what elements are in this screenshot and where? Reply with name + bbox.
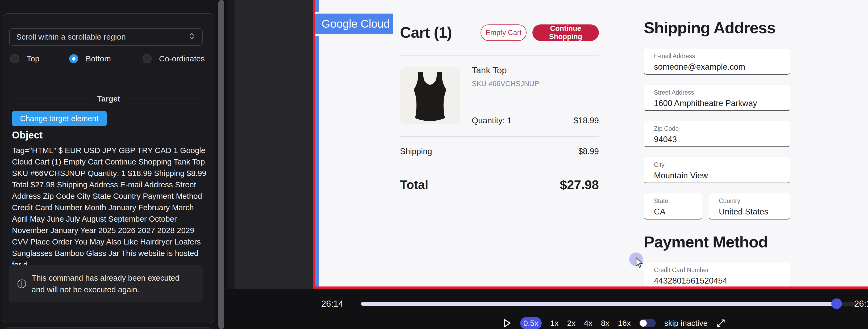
progress-handle[interactable] bbox=[831, 298, 842, 309]
tank-top-image bbox=[400, 67, 460, 124]
country-field[interactable]: Country United States bbox=[709, 194, 790, 220]
zip-code-field[interactable]: Zip Code 94043 bbox=[644, 121, 790, 147]
credit-card-number-field[interactable]: Credit Card Number 4432801561520454 bbox=[644, 263, 790, 287]
email-field[interactable]: E-mail Address someone@example.com bbox=[644, 48, 790, 75]
speed-8x[interactable]: 8x bbox=[601, 319, 610, 328]
next-command-card-edge bbox=[4, 327, 213, 329]
already-executed-notice: ⓘ This command has already been executed… bbox=[9, 265, 203, 302]
session-replay-app: Scroll within a scrollable region Top Bo… bbox=[0, 0, 868, 329]
empty-cart-button[interactable]: Empty Cart bbox=[480, 25, 527, 41]
chevron-up-down-icon bbox=[188, 32, 196, 42]
radio-top[interactable]: Top bbox=[10, 53, 39, 64]
skip-inactive-label: skip inactive bbox=[664, 319, 708, 328]
speed-4x[interactable]: 4x bbox=[584, 319, 592, 328]
progress-slider[interactable] bbox=[361, 302, 857, 306]
total-label: Total bbox=[400, 177, 428, 192]
radio-label: Co-ordinates bbox=[159, 54, 205, 63]
radio-label: Bottom bbox=[86, 54, 111, 63]
field-value: Mountain View bbox=[654, 171, 790, 180]
product-name: Tank Top bbox=[472, 65, 506, 75]
total-value: $27.98 bbox=[519, 177, 599, 192]
command-type-select[interactable]: Scroll within a scrollable region bbox=[9, 28, 203, 46]
product-sku: SKU #66VCHSJNUP bbox=[472, 80, 539, 88]
field-label: State bbox=[654, 197, 702, 205]
cart-divider bbox=[400, 55, 599, 56]
field-value: United States bbox=[719, 207, 790, 217]
scrollbar-thumb[interactable] bbox=[218, 0, 224, 329]
object-heading: Object bbox=[12, 130, 42, 141]
field-value: 1600 Amphitheatre Parkway bbox=[654, 99, 790, 108]
shipping-value: $8.99 bbox=[519, 147, 599, 156]
field-label: E-mail Address bbox=[654, 53, 790, 60]
target-section-divider: Target bbox=[12, 94, 205, 104]
expand-icon[interactable] bbox=[716, 318, 726, 328]
field-label: Credit Card Number bbox=[654, 267, 790, 274]
end-time: 26:1 bbox=[854, 299, 868, 309]
payment-method-heading: Payment Method bbox=[644, 233, 768, 251]
panel-scrollbar bbox=[217, 0, 226, 329]
badge-bottom-notch bbox=[315, 34, 319, 36]
field-label: Street Address bbox=[654, 89, 790, 96]
scroll-position-radios: Top Bottom Co-ordinates bbox=[3, 53, 215, 64]
street-address-field[interactable]: Street Address 1600 Amphitheatre Parkway bbox=[644, 85, 790, 111]
panel-gap bbox=[226, 0, 235, 329]
cart-title: Cart (1) bbox=[400, 23, 452, 41]
skip-inactive-toggle[interactable] bbox=[639, 319, 656, 327]
field-value: 94043 bbox=[654, 135, 790, 144]
object-text: Tag="HTML" $ EUR USD JPY GBP TRY CAD 1 G… bbox=[12, 144, 207, 270]
cursor-icon bbox=[633, 257, 644, 269]
shipping-address-heading: Shipping Address bbox=[644, 19, 775, 37]
change-target-button[interactable]: Change target element bbox=[12, 111, 106, 126]
continue-shopping-button[interactable]: Continue Shopping bbox=[532, 25, 599, 41]
elapsed-time: 26:14 bbox=[321, 299, 343, 309]
product-quantity: Quantity: 1 bbox=[472, 116, 512, 125]
radio-bottom[interactable]: Bottom bbox=[69, 53, 111, 64]
toggle-knob bbox=[640, 320, 647, 327]
notice-text: This command has already been executed a… bbox=[32, 272, 191, 296]
viewport-left-red-border bbox=[313, 0, 315, 289]
radio-label: Top bbox=[27, 54, 39, 63]
field-value: CA bbox=[654, 207, 702, 217]
progress-fill bbox=[361, 302, 833, 306]
field-label: Country bbox=[719, 197, 790, 205]
speed-2x[interactable]: 2x bbox=[567, 319, 576, 328]
command-select-value: Scroll within a scrollable region bbox=[16, 32, 188, 41]
viewport-left-blue-border bbox=[315, 0, 319, 289]
target-section-label: Target bbox=[97, 95, 120, 103]
viewport-bottom-red-border bbox=[313, 287, 868, 289]
field-value: someone@example.com bbox=[654, 62, 790, 72]
state-field[interactable]: State CA bbox=[644, 194, 702, 220]
speed-1x[interactable]: 1x bbox=[550, 319, 559, 328]
playback-controls: 0.5x 1x 2x 4x 8x 16x skip inactive bbox=[502, 317, 726, 329]
play-icon[interactable] bbox=[502, 318, 512, 328]
radio-circle-selected bbox=[69, 54, 78, 63]
speed-16x[interactable]: 16x bbox=[618, 319, 630, 328]
speed-0.5x[interactable]: 0.5x bbox=[520, 317, 542, 329]
row-divider bbox=[400, 166, 599, 166]
info-icon: ⓘ bbox=[17, 279, 26, 288]
field-label: Zip Code bbox=[654, 125, 790, 132]
radio-circle bbox=[10, 54, 19, 63]
city-field[interactable]: City Mountain View bbox=[644, 157, 790, 184]
radio-coordinates[interactable]: Co-ordinates bbox=[143, 53, 205, 64]
command-panel: Scroll within a scrollable region Top Bo… bbox=[3, 13, 214, 323]
field-label: City bbox=[654, 161, 790, 168]
field-value: 4432801561520454 bbox=[654, 276, 790, 286]
row-divider bbox=[400, 136, 599, 137]
replay-stage-background bbox=[235, 0, 313, 289]
shipping-label: Shipping bbox=[400, 147, 432, 156]
radio-circle bbox=[143, 54, 152, 63]
google-cloud-badge: Google Cloud bbox=[317, 13, 393, 34]
product-price: $18.99 bbox=[519, 116, 599, 125]
